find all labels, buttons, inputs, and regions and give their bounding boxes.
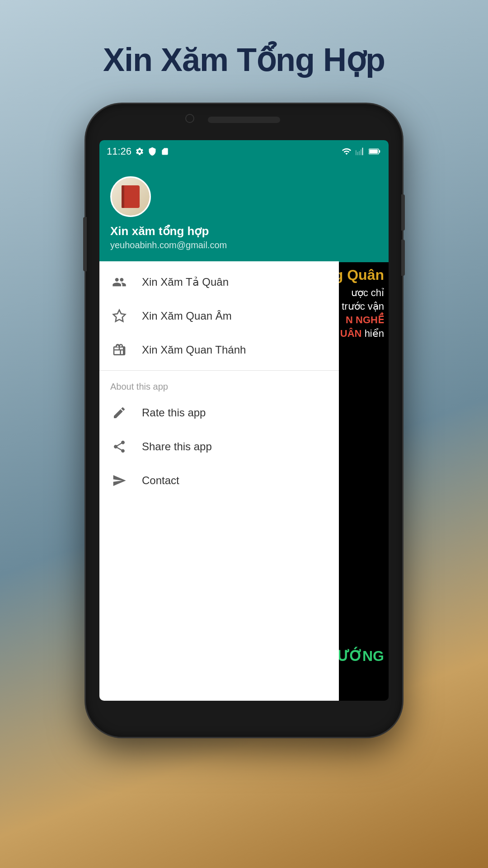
drawer-app-email: yeuhoabinh.com@gmail.com — [110, 240, 328, 250]
status-bar: 11:26 — [99, 140, 389, 163]
svg-marker-3 — [113, 310, 126, 321]
drawer-divider — [99, 370, 339, 371]
status-icons-right — [342, 146, 381, 156]
phone-speaker — [208, 117, 280, 123]
battery-icon — [369, 146, 381, 156]
gift-icon — [110, 341, 128, 359]
shield-icon — [148, 147, 157, 156]
menu-label-xa-quan-am: Xin Xăm Quan Âm — [142, 310, 232, 322]
sim-icon — [160, 147, 169, 156]
phone-screen: 11:26 — [99, 140, 389, 701]
settings-icon — [135, 147, 144, 156]
edit-icon — [110, 404, 128, 422]
menu-label-contact: Contact — [142, 474, 179, 487]
menu-item-share-app[interactable]: Share this app — [99, 429, 339, 463]
send-icon — [110, 472, 128, 490]
menu-label-rate-app: Rate this app — [142, 406, 206, 419]
menu-label-xa-ta-quan: Xin Xăm Tả Quân — [142, 276, 229, 288]
power-button — [83, 217, 87, 271]
svg-rect-2 — [369, 150, 378, 153]
menu-item-xa-ta-quan[interactable]: Xin Xăm Tả Quân — [99, 265, 339, 299]
page-title: Xin Xăm Tổng Hợp — [0, 41, 488, 79]
wifi-icon — [342, 146, 352, 156]
drawer-app-name: Xin xăm tổng hợp — [110, 224, 328, 238]
volume-down-button — [401, 240, 405, 276]
menu-item-contact[interactable]: Contact — [99, 463, 339, 497]
navigation-drawer: Xin xăm tổng hợp yeuhoabinh.com@gmail.co… — [99, 163, 339, 701]
status-icons-left — [135, 147, 169, 156]
bg-red-text-2: UÂN — [340, 328, 362, 339]
menu-item-xa-quan-thanh[interactable]: Xin Xăm Quan Thánh — [99, 333, 339, 367]
share-icon — [110, 438, 128, 456]
people-icon — [110, 273, 128, 291]
menu-item-xa-quan-am[interactable]: Xin Xăm Quan Âm — [99, 299, 339, 333]
drawer-menu: Xin Xăm Tả Quân Xin Xăm Quan Âm — [99, 261, 339, 501]
avatar — [110, 176, 151, 217]
about-section-label: About this app — [99, 374, 339, 396]
phone-mockup: 11:26 — [86, 104, 402, 737]
menu-label-xa-quan-thanh: Xin Xăm Quan Thánh — [142, 344, 246, 356]
star-icon — [110, 307, 128, 325]
avatar-book-icon — [122, 185, 140, 208]
status-time: 11:26 — [107, 146, 131, 157]
menu-label-share-app: Share this app — [142, 440, 212, 453]
menu-item-rate-app[interactable]: Rate this app — [99, 396, 339, 429]
phone-camera — [185, 114, 194, 123]
drawer-header: Xin xăm tổng hợp yeuhoabinh.com@gmail.co… — [99, 163, 339, 261]
page-header: Xin Xăm Tổng Hợp — [0, 0, 488, 97]
avatar-image — [112, 178, 150, 216]
svg-rect-1 — [379, 150, 380, 153]
volume-up-button — [401, 194, 405, 231]
signal-icon — [355, 146, 365, 156]
bg-red-text: N NGHỀ — [346, 314, 384, 326]
